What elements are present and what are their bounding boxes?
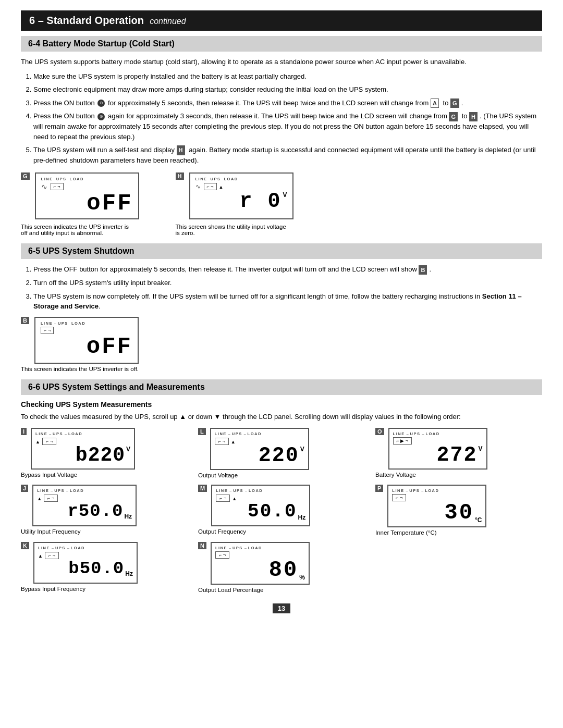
main-section-title: 6 – Standard Operation bbox=[29, 15, 144, 26]
page-number: 13 bbox=[273, 603, 290, 613]
screen-g-block: G LINE UPS LOAD ∿ ⌐ ¬ oFF bbox=[21, 172, 139, 236]
badge-G: G bbox=[450, 98, 459, 108]
screen-J-value: r50.0 Hz bbox=[37, 502, 132, 520]
lbl-M-line: LINE bbox=[216, 488, 228, 493]
screen-B-ups: UPS bbox=[58, 321, 68, 326]
on-button-icon[interactable]: ⊙ bbox=[97, 100, 105, 107]
screen-P-value: 30 °C bbox=[392, 502, 482, 524]
lbl-K-line: LINE bbox=[38, 546, 50, 550]
screen-G-load: LOAD bbox=[70, 177, 84, 181]
screen-J-caption: Utility Input Frequency bbox=[21, 528, 80, 535]
lbl-P-ups: UPS bbox=[409, 488, 420, 493]
signal-wave-G: ∿ bbox=[41, 182, 47, 191]
screen-P-unit: °C bbox=[475, 516, 482, 524]
screen-L-display: 220 bbox=[259, 446, 299, 466]
screen-I-value: b220 V bbox=[35, 446, 130, 465]
section-44-header: 6-4 Battery Mode Startup (Cold Start) bbox=[21, 36, 542, 52]
lbl-J-line: LINE bbox=[37, 488, 49, 493]
screens-row2: J LINE – UPS – LOAD ⌐ ¬ r50.0 bbox=[21, 485, 542, 536]
lbl-J-load: LOAD bbox=[70, 488, 84, 493]
section-55-title: 6-5 UPS System Shutdown bbox=[28, 246, 134, 255]
lbl-J-ups: UPS bbox=[54, 488, 65, 493]
screen-B-caption: This screen indicates the UPS inverter i… bbox=[21, 366, 542, 372]
intro-66-text: To check the values measured by the UPS,… bbox=[21, 412, 542, 422]
screen-B-display: oFF bbox=[87, 335, 132, 358]
screen-H-display: r 0 bbox=[239, 191, 282, 212]
arrow-M bbox=[232, 494, 237, 502]
screen-G-header: LINE UPS LOAD bbox=[41, 177, 133, 181]
screen-O: LINE – UPS – LOAD ⌐ ▶ ¬ 272 V bbox=[388, 428, 487, 470]
lbl-N-load: LOAD bbox=[248, 546, 262, 550]
label-H: H bbox=[176, 172, 184, 180]
screen-L-unit: V bbox=[300, 446, 304, 453]
screen-L-item: L LINE – UPS – LOAD ⌐ ¬ 220 bbox=[198, 428, 365, 478]
screen-H-caption: This screen shows the utility input volt… bbox=[176, 224, 290, 236]
screen-N-value: 80 % bbox=[215, 559, 305, 581]
screen-O-caption: Battery Voltage bbox=[375, 472, 416, 478]
main-section-continued: continued bbox=[150, 17, 186, 26]
screen-G: LINE UPS LOAD ∿ ⌐ ¬ oFF bbox=[35, 172, 139, 219]
badge-A: A bbox=[431, 98, 439, 108]
screen-G-value: oFF bbox=[41, 192, 133, 215]
screen-K-item: K LINE – UPS – LOAD ⌐ ¬ b50.0 bbox=[21, 542, 188, 593]
page-number-area: 13 bbox=[21, 603, 542, 613]
screen-O-unit: V bbox=[479, 445, 483, 452]
screen-K-value: b50.0 Hz bbox=[38, 560, 133, 577]
lbl-O-line: LINE bbox=[393, 431, 405, 436]
battery-P: ⌐ ¬ bbox=[392, 494, 406, 501]
step-44-2: Some electronic equipment may draw more … bbox=[33, 84, 542, 95]
screen-P-item: P LINE – UPS – LOAD ⌐ ¬ 30 °C bbox=[375, 485, 542, 536]
lbl-M-ups: UPS bbox=[233, 488, 243, 493]
screen-P: LINE – UPS – LOAD ⌐ ¬ 30 °C bbox=[387, 485, 486, 527]
lbl-M-load: LOAD bbox=[249, 488, 263, 493]
arrow-L bbox=[231, 437, 236, 445]
screen-P-display: 30 bbox=[444, 502, 473, 524]
screen-N-item: N LINE – UPS – LOAD ⌐ ¬ 80 % bbox=[198, 542, 365, 593]
screen-M-unit: Hz bbox=[298, 514, 306, 521]
step-44-5: The UPS system will run a self-test and … bbox=[33, 145, 542, 165]
screen-H-line: LINE bbox=[195, 177, 207, 181]
screen-O-value: 272 V bbox=[393, 445, 483, 466]
battery-O: ⌐ ▶ ¬ bbox=[393, 437, 412, 445]
screen-O-item: O LINE – UPS – LOAD ⌐ ▶ ¬ 272 V bbox=[375, 428, 542, 478]
lbl-P-line: LINE bbox=[392, 488, 404, 493]
screen-N-caption: Output Load Percentage bbox=[198, 587, 263, 593]
screen-K: LINE – UPS – LOAD ⌐ ¬ b50.0 Hz bbox=[33, 542, 138, 584]
step-44-4: Press the ON button ⊙ again for approxim… bbox=[33, 111, 542, 142]
lbl-L-ups: UPS bbox=[232, 431, 242, 436]
screen-L-caption: Output Voltage bbox=[198, 472, 238, 478]
label-O: O bbox=[375, 428, 384, 435]
step-44-1: Make sure the UPS system is properly ins… bbox=[33, 71, 542, 82]
label-I: I bbox=[21, 428, 27, 435]
lbl-I-ups: UPS bbox=[53, 431, 63, 436]
badge-B: B bbox=[419, 265, 427, 275]
label-B: B bbox=[21, 317, 29, 324]
screen-N: LINE – UPS – LOAD ⌐ ¬ 80 % bbox=[211, 542, 310, 585]
battery-M: ⌐ ¬ bbox=[216, 495, 230, 502]
screen-J-display: r50.0 bbox=[67, 502, 123, 520]
label-K: K bbox=[21, 542, 29, 549]
badge-H: H bbox=[469, 112, 478, 122]
screens-row1: I LINE – UPS – LOAD ⌐ ¬ b220 bbox=[21, 428, 542, 478]
screen-H-value: r 0 V bbox=[195, 191, 287, 212]
screen-P-caption: Inner Temperature (°C) bbox=[375, 529, 437, 536]
arrow-H bbox=[219, 182, 224, 190]
intro-44-text: The UPS system supports battery mode sta… bbox=[21, 57, 542, 67]
screen-M-caption: Output Frequency bbox=[198, 528, 246, 535]
section-66-header: 6-6 UPS System Settings and Measurements bbox=[21, 379, 542, 395]
battery-I: ⌐ ¬ bbox=[42, 438, 56, 445]
screen-K-unit: Hz bbox=[125, 570, 133, 577]
screens-row3: K LINE – UPS – LOAD ⌐ ¬ b50.0 bbox=[21, 542, 542, 593]
lbl-N-ups: UPS bbox=[232, 546, 243, 550]
lbl-L-line: LINE bbox=[215, 431, 227, 436]
lbl-N-line: LINE bbox=[215, 546, 227, 550]
screen-B: LINE – UPS LOAD ⌐ ¬ oFF bbox=[34, 317, 139, 364]
screen-J: LINE – UPS – LOAD ⌐ ¬ r50.0 Hz bbox=[32, 485, 137, 526]
main-section-header: 6 – Standard Operation continued bbox=[21, 10, 542, 31]
screen-H-load: LOAD bbox=[224, 177, 238, 181]
screen-M-value: 50.0 Hz bbox=[216, 502, 305, 521]
arrow-K bbox=[38, 551, 43, 559]
battery-K: ⌐ ¬ bbox=[45, 552, 59, 559]
screen-J-unit: Hz bbox=[124, 513, 132, 520]
on-button-icon-2[interactable]: ⊙ bbox=[97, 113, 105, 120]
